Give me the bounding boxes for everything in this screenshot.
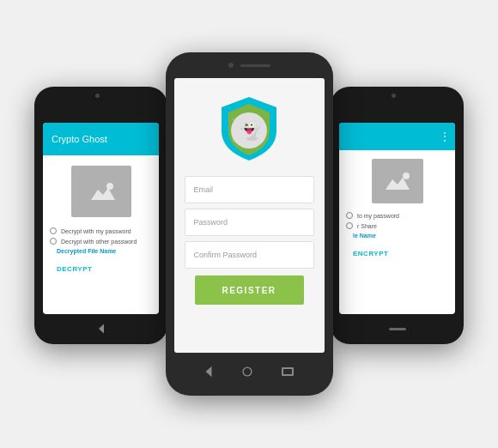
right-file-label: le Name — [346, 233, 448, 239]
back-icon[interactable] — [99, 324, 104, 334]
email-label: Email — [194, 185, 214, 194]
register-button[interactable]: REGISTER — [195, 275, 304, 305]
center-screen-content: 01001 10110 01101 11010 👻 Ema — [174, 78, 325, 353]
left-screen-header: Crypto Ghost — [43, 123, 159, 155]
right-phone-screen: ⋮ to my password r Share le Name — [339, 123, 455, 313]
option-text-1: Decrypt with my password — [61, 228, 131, 234]
radio-option-2[interactable] — [50, 238, 57, 245]
speaker-grille — [240, 64, 270, 67]
center-phone: 01001 10110 01101 11010 👻 Ema — [166, 52, 333, 396]
logo-container: 01001 10110 01101 11010 👻 — [218, 94, 280, 162]
left-options: Decrypt with my password Decrypt with ot… — [43, 227, 159, 275]
registration-form: Email Password Confirm Password REGISTER — [174, 176, 325, 353]
decrypted-label: Decrypted File Name — [50, 248, 152, 254]
right-option-2: r Share — [357, 223, 377, 229]
right-radio-1[interactable] — [346, 212, 353, 219]
decrypt-button[interactable]: DECRYPT — [57, 259, 145, 275]
left-app-title: Crypto Ghost — [52, 134, 107, 144]
decrypt-button-label: DECRYPT — [57, 265, 92, 273]
right-image-placeholder — [372, 159, 423, 203]
svg-point-9 — [403, 173, 410, 179]
left-image-placeholder — [71, 166, 131, 217]
nav-home-icon[interactable] — [242, 366, 252, 376]
encrypt-button-label: ENCRYPT — [353, 250, 388, 257]
right-phone: ⋮ to my password r Share le Name — [331, 87, 464, 344]
encrypt-button[interactable]: ENCRYPT — [353, 244, 441, 259]
right-options: to my password r Share le Name ENCRYPT — [339, 212, 455, 259]
right-home-bar — [389, 328, 406, 330]
ghost-icon: 👻 — [238, 119, 261, 142]
left-phone-bottom — [97, 314, 106, 344]
svg-rect-0 — [84, 178, 118, 205]
confirm-password-field[interactable]: Confirm Password — [185, 241, 314, 269]
scene: Crypto Ghost Decrypt with my password De… — [17, 18, 481, 430]
center-phone-top — [166, 52, 333, 78]
right-radio-2[interactable] — [346, 222, 353, 229]
left-phone-screen: Crypto Ghost Decrypt with my password De… — [43, 123, 159, 313]
password-label: Password — [194, 218, 228, 227]
shield-logo: 01001 10110 01101 11010 👻 — [218, 94, 280, 162]
left-phone: Crypto Ghost Decrypt with my password De… — [34, 87, 167, 344]
right-screen-header: ⋮ — [339, 123, 455, 150]
center-phone-screen: 01001 10110 01101 11010 👻 Ema — [174, 78, 325, 353]
radio-option-1[interactable] — [50, 227, 57, 234]
confirm-password-label: Confirm Password — [194, 251, 258, 259]
right-option-1: to my password — [357, 213, 399, 219]
register-button-label: REGISTER — [222, 286, 276, 295]
center-bottom-nav — [166, 353, 333, 390]
camera-lens — [228, 63, 234, 68]
right-phone-bottom — [389, 314, 406, 344]
svg-point-2 — [106, 183, 113, 190]
nav-back-icon[interactable] — [206, 366, 212, 378]
password-field[interactable]: Password — [185, 209, 314, 236]
ghost-logo: 👻 — [231, 112, 267, 148]
nav-recents-icon[interactable] — [282, 367, 294, 376]
email-field[interactable]: Email — [185, 176, 314, 203]
right-header-dots: ⋮ — [440, 130, 450, 142]
option-text-2: Decrypt with other password — [61, 239, 137, 245]
